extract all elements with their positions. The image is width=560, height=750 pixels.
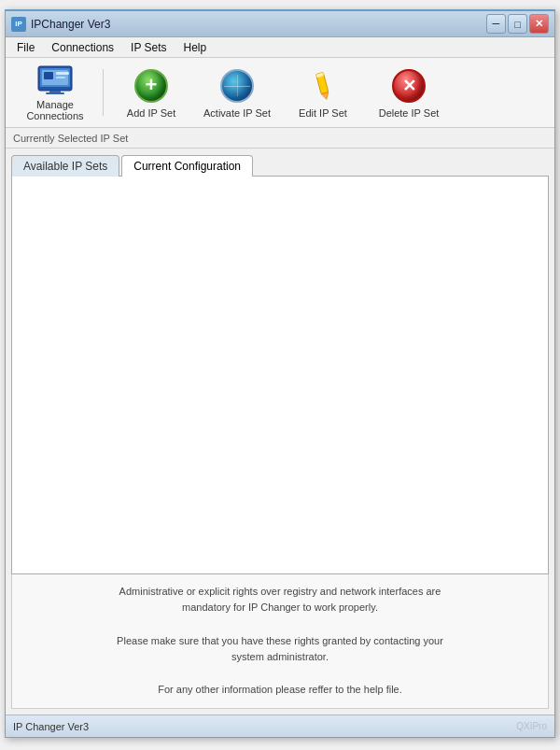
svg-rect-3 <box>44 72 53 79</box>
add-ipset-label: Add IP Set <box>127 107 175 119</box>
svg-rect-7 <box>46 92 64 94</box>
globe-icon <box>220 69 254 103</box>
menu-file[interactable]: File <box>9 39 42 56</box>
statusbar-text: IP Changer Ver3 <box>13 721 89 732</box>
restore-button[interactable]: □ <box>508 14 527 34</box>
window-title: IPChanger Ver3 <box>31 18 110 31</box>
delete-ipset-icon: ✕ <box>390 67 427 105</box>
titlebar: IP IPChanger Ver3 – □ ✕ <box>6 11 554 37</box>
delete-ipset-label: Delete IP Set <box>379 107 440 119</box>
close-button[interactable]: ✕ <box>529 14 549 34</box>
toolbar: Manage Connections + Add IP Set Activate… <box>6 58 554 128</box>
window-controls: – □ ✕ <box>486 14 549 34</box>
manage-connections-label: Manage Connections <box>18 99 92 121</box>
menubar: File Connections IP Sets Help <box>6 37 554 58</box>
edit-ipset-label: Edit IP Set <box>299 107 347 119</box>
add-ipset-icon: + <box>133 67 170 105</box>
activate-ipset-icon <box>218 67 256 105</box>
add-ipset-button[interactable]: + Add IP Set <box>109 62 193 123</box>
current-ipset-label: Currently Selected IP Set <box>13 133 128 144</box>
main-window: IP IPChanger Ver3 – □ ✕ File Connections… <box>5 9 555 738</box>
add-circle-icon: + <box>134 69 168 103</box>
footer-info: Administrative or explicit rights over r… <box>11 574 549 709</box>
x-sign: ✕ <box>402 78 416 94</box>
toolbar-separator-1 <box>103 69 104 116</box>
current-ipset-status: Currently Selected IP Set <box>6 128 554 149</box>
footer-line2: Please make sure that you have these rig… <box>31 633 529 666</box>
app-icon: IP <box>11 17 26 32</box>
watermark: QXIPro <box>516 721 547 731</box>
svg-rect-4 <box>56 72 69 75</box>
delete-ipset-button[interactable]: ✕ Delete IP Set <box>367 62 451 123</box>
footer-line1: Administrative or explicit rights over r… <box>31 584 529 616</box>
svg-rect-5 <box>56 77 65 78</box>
minimize-button[interactable]: – <box>486 14 506 34</box>
manage-connections-icon <box>36 64 74 96</box>
delete-circle-icon: ✕ <box>392 69 426 103</box>
main-content: Available IP Sets Current Configuration … <box>6 149 554 715</box>
edit-ipset-icon <box>304 67 342 105</box>
footer-line3: For any other information please reffer … <box>31 682 529 699</box>
tab-current-configuration[interactable]: Current Configuration <box>121 155 253 177</box>
activate-ipset-label: Activate IP Set <box>203 107 271 119</box>
edit-ipset-button[interactable]: Edit IP Set <box>281 62 365 123</box>
tab-bar: Available IP Sets Current Configuration <box>11 154 549 176</box>
activate-ipset-button[interactable]: Activate IP Set <box>195 62 279 123</box>
menu-help[interactable]: Help <box>176 39 215 56</box>
tab-available-ipsets[interactable]: Available IP Sets <box>11 155 119 177</box>
titlebar-left: IP IPChanger Ver3 <box>11 17 110 32</box>
svg-rect-6 <box>49 91 61 92</box>
tab-panel-content <box>11 176 549 574</box>
menu-ipsets[interactable]: IP Sets <box>123 39 174 56</box>
statusbar-bottom: IP Changer Ver3 QXIPro <box>6 715 554 737</box>
manage-connections-button[interactable]: Manage Connections <box>13 62 97 123</box>
menu-connections[interactable]: Connections <box>44 39 121 56</box>
plus-sign: + <box>146 75 158 95</box>
